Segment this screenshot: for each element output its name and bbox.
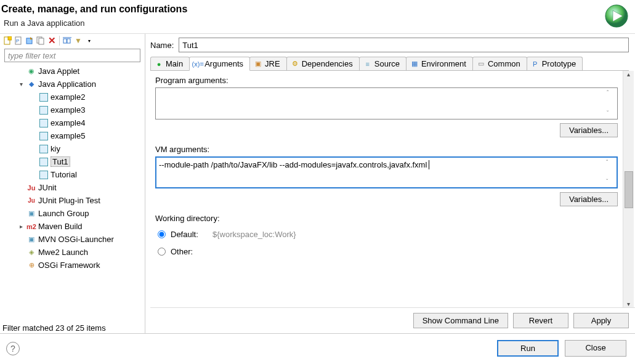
svg-rect-2 [8,36,12,40]
dialog-title: Create, manage, and run configurations [1,4,187,15]
tree-item-example5[interactable]: example5 [0,129,145,142]
tree-item-mvn-osgi-launcher[interactable]: ▣MVN OSGi-Launcher [0,233,145,246]
tree-item-label: Tut1 [51,156,70,167]
tree-item-tutorial[interactable]: Tutorial [0,168,145,181]
tab-icon: ▣ [254,60,262,68]
tab-icon: ● [155,60,163,68]
config-toolbar: P ✕ ▼ ▾ [0,34,145,47]
program-args-label: Program arguments: [155,76,618,85]
tree-item-kiy[interactable]: kiy [0,142,145,155]
tree-item-java-application[interactable]: ▾◆Java Application [0,78,145,91]
tab-icon: P [531,60,540,68]
tab-environment[interactable]: ▦Environment [406,57,473,70]
revert-button[interactable]: Revert [513,313,568,328]
workdir-other-radio[interactable] [158,248,166,256]
workdir-default-label: Default: [171,230,208,239]
tree-item-mwe2-launch[interactable]: ◈Mwe2 Launch [0,246,145,259]
tree-item-junit[interactable]: JuJUnit [0,181,145,194]
tab-label: Environment [421,59,466,68]
tree-item-junit-plug-in-test[interactable]: JuJUnit Plug-in Test [0,194,145,207]
content-scrollbar[interactable]: ▴▾ [623,71,634,307]
tab-common[interactable]: ▭Common [472,57,527,70]
svg-text:P: P [16,38,19,44]
left-panel: P ✕ ▼ ▾ ◉Java Applet▾◆Java Applicationex… [0,34,145,333]
tree-item-label: Tutorial [51,170,77,179]
arguments-tab-content: Program arguments: ˆˇ Variables... VM ar… [150,71,621,307]
tree-item-label: MVN OSGi-Launcher [38,235,114,244]
filter-icon[interactable]: ▼ [73,36,83,46]
tab-label: Main [166,59,183,68]
close-button[interactable]: Close [565,340,626,357]
tree-item-label: example5 [51,131,85,140]
tab-icon: (x)= [193,60,202,68]
dialog-subtitle: Run a Java application [4,18,187,28]
tree-item-osgi-framework[interactable]: ⊕OSGi Framework [0,259,145,272]
tree-item-example2[interactable]: example2 [0,91,145,103]
show-command-line-button[interactable]: Show Command Line [413,313,508,328]
filter-dropdown-icon[interactable]: ▾ [84,36,94,46]
duplicate-icon[interactable] [36,36,46,46]
tree-item-java-applet[interactable]: ◉Java Applet [0,65,145,78]
tree-item-label: Launch Group [38,209,89,218]
tree-item-example4[interactable]: example4 [0,116,145,129]
tree-item-label: example3 [51,105,85,115]
tree-item-label: example4 [51,118,85,127]
tab-icon: ▦ [410,60,419,68]
tree-item-label: example2 [51,92,85,102]
svg-rect-7 [39,38,44,44]
tree-item-label: kiy [51,144,60,153]
name-input[interactable] [179,38,629,52]
right-panel: Name: ●Main(x)=Arguments▣JRE⚙Dependencie… [145,34,635,333]
filter-input[interactable] [4,49,140,62]
workdir-label: Working directory: [155,214,618,223]
run-icon [604,4,629,28]
tab-jre[interactable]: ▣JRE [249,57,287,70]
tab-source[interactable]: ≡Source [359,57,406,70]
tab-label: Arguments [204,59,243,68]
tree-item-label: Mwe2 Launch [38,248,88,257]
tree-item-example3[interactable]: example3 [0,103,145,116]
program-args-input[interactable]: ˆˇ [155,87,618,119]
tree-item-label: JUnit Plug-in Test [38,196,100,205]
tab-label: Common [488,59,520,68]
tab-prototype[interactable]: PPrototype [527,57,583,70]
svg-rect-8 [63,39,67,43]
vm-args-label: VM arguments: [155,145,618,154]
name-label: Name: [150,41,174,50]
program-args-variables-button[interactable]: Variables... [560,123,618,137]
config-tree[interactable]: ◉Java Applet▾◆Java Applicationexample2ex… [0,63,145,323]
tab-label: Dependencies [302,59,353,68]
vm-args-input[interactable]: --module-path /path/to/JavaFX/lib --add-… [155,156,618,188]
help-button[interactable]: ? [6,342,20,355]
tab-label: Source [374,59,400,68]
tree-item-label: OSGi Framework [38,261,100,270]
twisty-icon[interactable]: ▸ [17,223,25,230]
tab-icon: ⚙ [291,60,299,68]
config-tabstrip: ●Main(x)=Arguments▣JRE⚙Dependencies≡Sour… [150,56,629,71]
run-button[interactable]: Run [497,340,559,357]
vm-args-variables-button[interactable]: Variables... [560,192,618,206]
export-icon[interactable] [25,36,34,46]
tab-dependencies[interactable]: ⚙Dependencies [286,57,360,70]
tree-item-maven-build[interactable]: ▸m2Maven Build [0,220,145,233]
tab-label: JRE [265,59,280,68]
twisty-icon[interactable]: ▾ [17,81,25,87]
new-config-icon[interactable] [2,36,12,46]
tab-label: Prototype [542,59,576,68]
tree-item-label: Maven Build [38,222,83,231]
apply-button[interactable]: Apply [573,313,629,328]
svg-rect-9 [67,39,70,43]
delete-icon[interactable]: ✕ [47,36,57,46]
new-prototype-icon[interactable]: P [14,36,23,46]
workdir-default-radio[interactable] [158,230,166,238]
tab-arguments[interactable]: (x)=Arguments [189,57,250,71]
dialog-header: Create, manage, and run configurations R… [0,0,635,34]
tree-item-label: JUnit [38,183,57,192]
workdir-other-label: Other: [171,247,208,256]
tab-main[interactable]: ●Main [150,57,190,70]
tree-item-label: Java Application [38,79,96,89]
collapse-icon[interactable] [62,36,72,46]
filter-match-status: Filter matched 23 of 25 items [0,323,145,333]
tree-item-launch-group[interactable]: ▣Launch Group [0,207,145,220]
tree-item-tut1[interactable]: Tut1 [0,155,145,168]
